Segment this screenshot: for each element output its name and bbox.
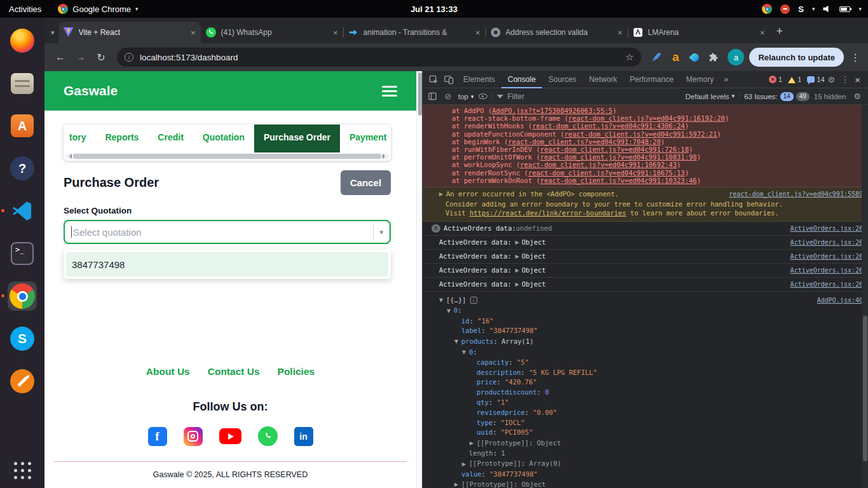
dropdown-option[interactable]: 3847737498	[66, 252, 388, 276]
issues-button[interactable]: 63 Issues: 14 49	[744, 92, 810, 101]
link-about-us[interactable]: About Us	[146, 366, 190, 377]
expand-arrow-icon[interactable]: ▶	[470, 438, 477, 448]
console-log-row[interactable]: ActiveOrders data: ▶ObjectActiveOrders.j…	[423, 278, 868, 292]
console-error-summary-row[interactable]: ▶ An error occurred in the <AddPO> compo…	[423, 187, 868, 200]
devtools-scrollbar[interactable]	[862, 105, 868, 488]
log-levels-dropdown[interactable]: Default levels▾	[686, 93, 735, 100]
clock[interactable]: Jul 21 13:33	[410, 4, 458, 14]
nav-tab-credit[interactable]: Credit	[148, 125, 193, 152]
console-log-row[interactable]: ▼[{…}]iAddPO.jsx:40	[423, 294, 868, 306]
source-link[interactable]: react-dom_client.js?v=ed04c991:5972:21	[564, 130, 717, 138]
new-tab-button[interactable]: +	[776, 25, 783, 38]
device-toolbar-icon[interactable]	[442, 72, 456, 86]
source-link[interactable]: ActiveOrders.jsx:26	[784, 238, 863, 247]
url-text[interactable]: localhost:5173/dashboard	[140, 53, 625, 62]
source-link[interactable]: AddPO.jsx?t=1753084926063:55:5	[492, 107, 613, 114]
devtools-tab-performance[interactable]: Performance	[623, 71, 680, 88]
dock-item-software[interactable]: A	[7, 111, 37, 141]
extension-a-icon[interactable]: a	[667, 48, 684, 66]
console-sidebar-icon[interactable]	[426, 92, 438, 100]
nav-tab-tory[interactable]: tory	[64, 125, 95, 152]
profile-avatar[interactable]: a	[728, 49, 744, 65]
site-info-icon[interactable]: i	[125, 53, 133, 62]
tree-row[interactable]: ▶[[Prototype]]: Object	[423, 438, 868, 449]
skype-tray-icon[interactable]: S	[798, 4, 804, 14]
expand-arrow-icon[interactable]: ▶	[439, 191, 446, 197]
tab-close-icon[interactable]: ×	[475, 28, 480, 37]
link-contact-us[interactable]: Contact Us	[208, 366, 260, 377]
back-button[interactable]: ←	[51, 48, 70, 67]
dock-item-help[interactable]: ?	[7, 153, 37, 184]
facebook-icon[interactable]: f	[148, 427, 167, 446]
dock-item-skype[interactable]: S	[7, 323, 37, 354]
chevron-down-icon[interactable]: ▾	[858, 6, 862, 12]
console-filter-input[interactable]	[508, 92, 681, 101]
expand-arrow-icon[interactable]: ▶	[515, 238, 519, 247]
expand-arrow-icon[interactable]: ▼	[462, 348, 469, 357]
activities-button[interactable]: Activities	[9, 4, 41, 14]
source-link[interactable]: react-dom_client.js?v=ed04c991:10675:13	[528, 169, 685, 177]
tab-search-chevron-icon[interactable]: ▾	[51, 29, 55, 37]
console-log-row[interactable]: 8ActiveOrders data: undefinedActiveOrder…	[423, 222, 868, 236]
source-link[interactable]: react-dom_client.js?v=ed04c991:10323:46	[540, 177, 697, 184]
console-log-row[interactable]: ActiveOrders data: ▶ObjectActiveOrders.j…	[423, 236, 868, 250]
source-link[interactable]: ActiveOrders.jsx:26	[784, 224, 863, 233]
cancel-button[interactable]: Cancel	[341, 170, 391, 195]
source-link[interactable]: react-dom_client.js?v=ed04c991:5589	[722, 191, 863, 198]
source-link[interactable]: ActiveOrders.jsx:26	[784, 266, 863, 274]
more-panels-icon[interactable]: »	[720, 75, 732, 84]
browser-menu-kebab-icon[interactable]: ⋮	[850, 51, 860, 64]
relaunch-to-update-button[interactable]: Relaunch to update	[749, 48, 844, 67]
devtools-tab-console[interactable]: Console	[501, 71, 542, 88]
address-bar[interactable]: i localhost:5173/dashboard ☆	[117, 48, 641, 67]
chevron-down-icon[interactable]: ▾	[379, 228, 383, 236]
dock-item-firefox[interactable]	[7, 25, 37, 56]
expand-arrow-icon[interactable]: ▶	[462, 459, 469, 469]
message-count-badge[interactable]: 14	[807, 76, 824, 83]
extension-droplet-icon[interactable]	[686, 48, 703, 66]
youtube-icon[interactable]	[219, 428, 241, 444]
battery-icon[interactable]	[839, 6, 850, 12]
expand-arrow-icon[interactable]: ▼	[454, 337, 461, 346]
nav-tab-quotation[interactable]: Quotation	[193, 125, 254, 152]
devtools-kebab-icon[interactable]: ⋮	[838, 74, 852, 85]
expand-arrow-icon[interactable]: ▼	[447, 306, 454, 316]
tab-close-icon[interactable]: ×	[333, 28, 338, 37]
brand-logo[interactable]: Gaswale	[64, 83, 118, 98]
instagram-icon[interactable]	[184, 427, 203, 446]
volume-icon[interactable]	[823, 5, 831, 13]
console-settings-gear-icon[interactable]: ⚙	[850, 92, 864, 101]
expand-arrow-icon[interactable]: ▶	[515, 266, 519, 274]
source-link[interactable]: ActiveOrders.jsx:26	[784, 252, 863, 261]
browser-tab[interactable]: animation - Transitions &×	[343, 22, 485, 43]
tab-close-icon[interactable]: ×	[760, 28, 765, 37]
devtools-tab-sources[interactable]: Sources	[542, 71, 583, 88]
hamburger-menu-icon[interactable]	[382, 86, 397, 97]
error-boundaries-link[interactable]: https://react.dev/link/error-boundaries	[470, 209, 627, 217]
nav-tab-purchase-order[interactable]: Purchase Order	[254, 125, 340, 152]
tree-row[interactable]: ▶[[Prototype]]: Array(0)	[423, 459, 868, 470]
whatsapp-icon[interactable]	[258, 426, 278, 446]
extension-pen-icon[interactable]	[648, 48, 665, 66]
scroll-right-arrow[interactable]	[383, 154, 388, 159]
expand-arrow-icon[interactable]: ▶	[454, 480, 461, 488]
source-link[interactable]: react-dom_client.js?v=ed04c991:10692:43	[520, 161, 677, 168]
source-link[interactable]: react-dom_client.js?v=ed04c991:16192:20	[568, 114, 725, 122]
chrome-tray-icon[interactable]	[762, 4, 772, 14]
expand-arrow-icon[interactable]: ▶	[515, 280, 519, 288]
forward-button[interactable]: →	[71, 48, 90, 67]
javascript-context-selector[interactable]: top▾	[458, 93, 474, 100]
devtools-tab-memory[interactable]: Memory	[680, 71, 720, 88]
browser-tab[interactable]: (41) WhatsApp×	[201, 22, 343, 43]
source-link[interactable]: react-dom_client.js?v=ed04c991:4306:24	[532, 122, 684, 130]
scroll-left-arrow[interactable]	[67, 154, 72, 159]
tab-close-icon[interactable]: ×	[618, 28, 623, 37]
dock-item-files[interactable]	[7, 68, 37, 98]
expand-arrow-icon[interactable]: ▶	[515, 252, 519, 261]
tab-close-icon[interactable]: ×	[191, 28, 196, 37]
devtools-tab-network[interactable]: Network	[583, 71, 623, 88]
scrollbar-thumb[interactable]	[73, 154, 381, 159]
browser-tab[interactable]: Vite + React×	[58, 22, 201, 43]
source-link[interactable]: AddPO.jsx:40	[811, 296, 863, 305]
console-log-row[interactable]: ActiveOrders data: ▶ObjectActiveOrders.j…	[423, 250, 868, 264]
